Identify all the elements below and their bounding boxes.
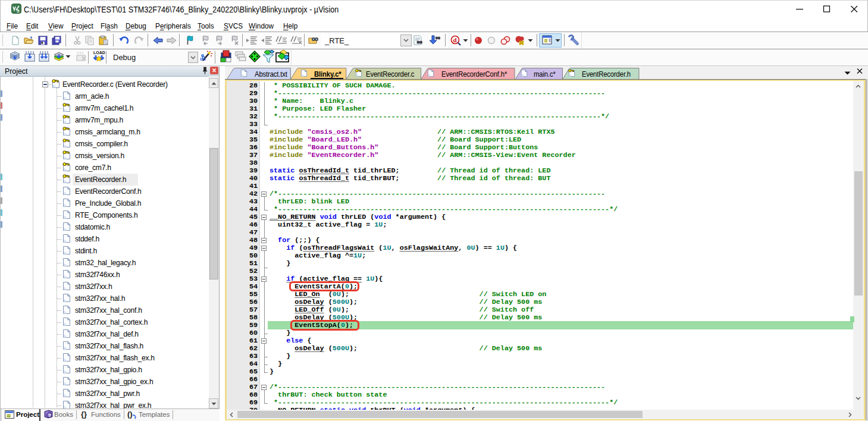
svg-text:5: 5	[17, 8, 20, 14]
svg-text:?: ?	[48, 413, 51, 418]
svg-text:LOAD: LOAD	[93, 51, 105, 55]
svg-text:d: d	[453, 36, 457, 43]
